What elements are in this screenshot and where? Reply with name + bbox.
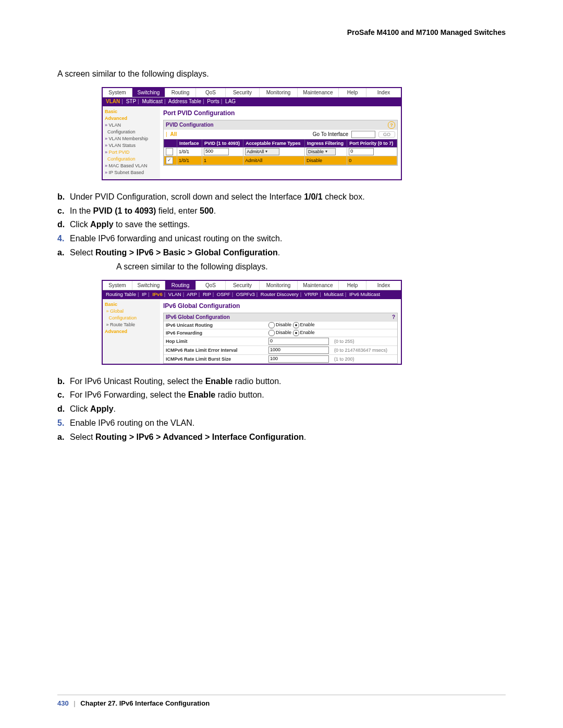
tab-security[interactable]: Security: [226, 281, 260, 290]
tab-routing[interactable]: Routing: [165, 281, 196, 290]
ing-select[interactable]: Disable: [307, 148, 336, 155]
sn-routingtable[interactable]: Routing Table: [106, 291, 136, 297]
ss2-box-title: IPv6 Global Configuration: [166, 314, 230, 320]
step-c2: c.For IPv6 Forwarding, select the Enable…: [57, 389, 506, 402]
sn-ospf[interactable]: OSPF: [217, 291, 230, 297]
sidebar-basic[interactable]: Basic: [105, 108, 157, 115]
col-pvid: PVID (1 to 4093): [202, 139, 243, 147]
sn-rip[interactable]: RIP: [203, 291, 211, 297]
radio-disable[interactable]: [268, 322, 275, 328]
row-hoplimit: Hop Limit 0 (0 to 255): [164, 337, 397, 346]
sn-rd[interactable]: Router Discovery: [261, 291, 299, 297]
step-5a: a.Select Routing > IPv6 > Advanced > Int…: [57, 431, 506, 444]
cell-interface: 1/0/1: [177, 156, 202, 165]
cell-ing: Disable: [304, 156, 347, 165]
sn-arp[interactable]: ARP: [187, 291, 197, 297]
col-checkbox: [164, 139, 177, 147]
ss2-title: IPv6 Global Configuration: [163, 302, 401, 313]
tab-index[interactable]: Index: [366, 281, 401, 290]
go-button[interactable]: GO: [378, 131, 395, 138]
intro-text-1: A screen similar to the following displa…: [57, 68, 506, 81]
sn-ip[interactable]: IP: [142, 291, 146, 297]
all-label[interactable]: All: [170, 131, 177, 137]
tab-qos[interactable]: QoS: [196, 88, 226, 97]
subnav-ports[interactable]: Ports: [207, 98, 219, 104]
row-checkbox-checked[interactable]: [166, 157, 173, 164]
ss1-box-title: PVID Configuration: [166, 122, 214, 128]
row-icmp-interval: ICMPv6 Rate Limit Error Interval 1000 (0…: [164, 346, 397, 354]
goto-input[interactable]: [351, 131, 375, 138]
screenshot-pvid-config: System Switching Routing QoS Security Mo…: [102, 87, 402, 180]
cell-pri: 0: [347, 156, 397, 165]
pri-input[interactable]: 0: [349, 148, 374, 155]
chapter-title: Chapter 27. IPv6 Interface Configuration: [80, 699, 210, 707]
tab-help[interactable]: Help: [339, 88, 366, 97]
sidebar-advanced[interactable]: Advanced: [105, 115, 157, 122]
sidebar-item-portpvid[interactable]: Port PVID Configuration: [105, 149, 157, 163]
tab-switching[interactable]: Switching: [132, 88, 165, 97]
tab-system[interactable]: System: [103, 88, 132, 97]
pvid-input[interactable]: 500: [204, 148, 229, 155]
sidebar-basic[interactable]: Basic: [105, 301, 157, 308]
row-icmp-burst: ICMPv6 Rate Limit Burst Size 100 (1 to 2…: [164, 354, 397, 363]
tab-qos[interactable]: QoS: [196, 281, 226, 290]
tab-security[interactable]: Security: [226, 88, 260, 97]
ss1-subnav: VLAN| STP| Multicast| Address Table| Por…: [103, 97, 401, 106]
sidebar-item-vlanstatus[interactable]: VLAN Status: [105, 142, 157, 149]
sidebar-item-vlanmember[interactable]: VLAN Membership: [105, 135, 157, 142]
sn-multicast[interactable]: Multicast: [324, 291, 343, 297]
subnav-multicast[interactable]: Multicast: [142, 98, 162, 104]
row-unicast-routing: IPv6 Unicast Routing Disable Enable: [164, 321, 397, 329]
radio-enable[interactable]: [293, 330, 299, 336]
sidebar-item-global[interactable]: » Global Configuration: [105, 308, 157, 322]
tab-switching[interactable]: Switching: [132, 281, 165, 290]
sidebar-item-ipsubnet[interactable]: IP Subnet Based: [105, 169, 157, 176]
hop-limit-input[interactable]: 0: [268, 338, 329, 345]
screenshot-ipv6-global: System Switching Routing QoS Security Mo…: [102, 280, 402, 365]
step-4: 4.Enable IPv6 forwarding and unicast rou…: [57, 232, 506, 245]
radio-disable[interactable]: [268, 330, 275, 336]
tab-maintenance[interactable]: Maintenance: [298, 281, 339, 290]
sidebar-item-macvlan[interactable]: MAC Based VLAN: [105, 163, 157, 169]
tab-maintenance[interactable]: Maintenance: [298, 88, 339, 97]
cell-aft: AdmitAll: [243, 156, 305, 165]
row-checkbox[interactable]: [166, 148, 173, 155]
subnav-lag[interactable]: LAG: [225, 98, 236, 104]
table-row[interactable]: 1/0/1 500 AdmitAll Disable 0: [164, 147, 397, 156]
subnav-addresstable[interactable]: Address Table: [168, 98, 201, 104]
tab-monitoring[interactable]: Monitoring: [260, 88, 298, 97]
tab-help[interactable]: Help: [339, 281, 366, 290]
step-d: d.Click Apply to save the settings.: [57, 218, 506, 231]
page-footer: 430 | Chapter 27. IPv6 Interface Configu…: [57, 695, 506, 707]
tab-monitoring[interactable]: Monitoring: [260, 281, 298, 290]
ss2-sidebar: Basic » Global Configuration » Route Tab…: [103, 299, 160, 364]
row-forwarding: IPv6 Forwarding Disable Enable: [164, 329, 397, 337]
page-number: 430: [57, 699, 69, 707]
tab-system[interactable]: System: [103, 281, 132, 290]
sn-vrrp[interactable]: VRRP: [304, 291, 318, 297]
aft-select[interactable]: AdmitAll: [245, 148, 279, 155]
ss1-title: Port PVID Configuration: [163, 109, 401, 120]
table-row-selected[interactable]: 1/0/1 1 AdmitAll Disable 0: [164, 156, 397, 165]
sn-vlan[interactable]: VLAN: [168, 291, 181, 297]
subnav-vlan[interactable]: VLAN: [106, 98, 120, 104]
sidebar-item-vlanconf[interactable]: VLAN Configuration: [105, 122, 157, 135]
step-4a: a.Select Routing > IPv6 > Basic > Global…: [57, 246, 506, 260]
help-icon[interactable]: ?: [392, 314, 395, 320]
sn-ipv6multicast[interactable]: IPv6 Multicast: [349, 291, 380, 297]
subnav-stp[interactable]: STP: [126, 98, 136, 104]
tab-index[interactable]: Index: [366, 88, 401, 97]
icmp-interval-input[interactable]: 1000: [268, 347, 329, 354]
sidebar-advanced[interactable]: Advanced: [105, 328, 157, 335]
sn-ospfv3[interactable]: OSPFv3: [236, 291, 255, 297]
help-icon[interactable]: ?: [388, 121, 395, 129]
sn-ipv6[interactable]: IPv6: [152, 291, 163, 297]
ss1-topnav: System Switching Routing QoS Security Mo…: [103, 88, 401, 97]
ss2-subnav: Routing Table| IP| IPv6| VLAN| ARP| RIP|…: [103, 290, 401, 299]
sidebar-item-route[interactable]: » Route Table: [105, 322, 157, 328]
radio-enable[interactable]: [293, 322, 299, 328]
col-aft: Acceptable Frame Types: [243, 139, 305, 147]
tab-routing[interactable]: Routing: [165, 88, 196, 97]
icmp-burst-input[interactable]: 100: [268, 355, 329, 363]
step-d2: d.Click Apply.: [57, 403, 506, 416]
